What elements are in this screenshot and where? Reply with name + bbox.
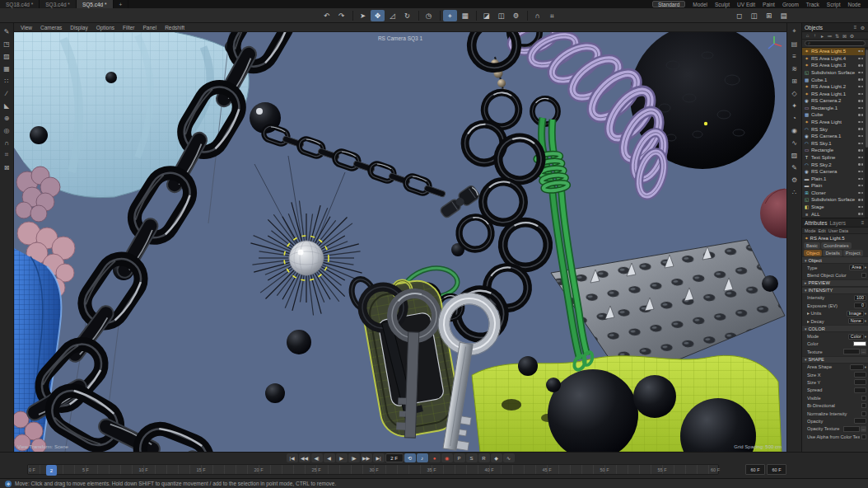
attribute-control[interactable]: 100: [854, 295, 866, 301]
checkbox[interactable]: [861, 396, 866, 401]
quantize-icon[interactable]: ⌗: [545, 10, 559, 21]
attribute-control[interactable]: [861, 273, 866, 278]
om-path-icon[interactable]: ▸: [819, 32, 825, 39]
number-field[interactable]: [854, 418, 866, 424]
visibility-toggles[interactable]: [858, 149, 863, 151]
points-mode-icon[interactable]: ∷: [1, 75, 12, 87]
workspace-tab-uvedit[interactable]: UV Edit: [734, 2, 758, 7]
editor-visibility-dot[interactable]: [858, 114, 860, 115]
render-visibility-dot[interactable]: [861, 192, 863, 194]
number-field[interactable]: 100: [854, 295, 866, 301]
attribute-tab-basic[interactable]: Basic: [804, 242, 820, 249]
checkbox[interactable]: [861, 273, 866, 278]
polygons-mode-icon[interactable]: ◣: [1, 100, 12, 111]
texture-browse-button[interactable]: …: [861, 349, 866, 354]
attribute-tab-object[interactable]: Object: [804, 250, 822, 256]
editor-visibility-dot[interactable]: [858, 157, 860, 158]
number-field[interactable]: [854, 379, 866, 385]
object-row[interactable]: ◱Subdivision Surface 1: [802, 69, 865, 77]
workspace-tab-sculpt[interactable]: Sculpt: [712, 2, 733, 7]
undo-icon[interactable]: ↶: [320, 10, 334, 21]
layout-split-view-icon[interactable]: ◫: [747, 10, 761, 21]
object-row[interactable]: ✦RS Area Light.5: [802, 48, 865, 55]
settings-icon[interactable]: ⚙: [789, 174, 800, 185]
previous-key-button[interactable]: ◀◀: [299, 453, 310, 462]
editor-visibility-dot[interactable]: [858, 107, 860, 109]
render-visibility-dot[interactable]: [861, 149, 863, 151]
viewport-menu-cameras[interactable]: Cameras: [37, 25, 65, 30]
dynamics-icon[interactable]: ◇: [789, 87, 800, 99]
visibility-toggles[interactable]: [858, 143, 863, 144]
visibility-toggles[interactable]: [858, 114, 863, 115]
editor-visibility-dot[interactable]: [858, 78, 860, 80]
attribute-group-intensity[interactable]: ▾INTENSITY: [802, 287, 868, 294]
attribute-control[interactable]: …: [843, 426, 866, 432]
panel-menu-icon[interactable]: ≡: [860, 219, 866, 226]
loop-playback-button[interactable]: ⟲: [404, 453, 416, 462]
object-row[interactable]: ◠RS Sky.1: [802, 140, 865, 148]
object-row[interactable]: ▬Plain.1: [802, 175, 865, 182]
render-visibility-dot[interactable]: [861, 163, 863, 165]
checkbox[interactable]: [861, 411, 866, 416]
viewport-menu-view[interactable]: View: [17, 25, 35, 30]
object-search-input[interactable]: [812, 41, 862, 46]
editor-visibility-dot[interactable]: [858, 178, 860, 180]
object-row[interactable]: ✦RS Area Light.4: [802, 55, 865, 63]
editor-visibility-dot[interactable]: [858, 50, 860, 52]
number-field[interactable]: [854, 387, 866, 393]
attribute-control[interactable]: Image▾: [847, 311, 866, 317]
attribute-group-color[interactable]: ▾COLOR: [802, 325, 868, 332]
render-visibility-dot[interactable]: [861, 78, 863, 80]
texture-mode-icon[interactable]: ▨: [1, 50, 12, 62]
render-visibility-dot[interactable]: [861, 143, 863, 144]
workspace-tab-paint[interactable]: Paint: [759, 2, 778, 7]
layout-custom-icon[interactable]: ▤: [777, 10, 791, 21]
dropdown-value[interactable]: [850, 364, 864, 370]
render-visibility-dot[interactable]: [861, 178, 863, 180]
visibility-toggles[interactable]: [858, 58, 863, 59]
attribute-tab-project[interactable]: Project: [843, 250, 863, 256]
layers-tab[interactable]: Layers: [829, 220, 846, 226]
attribute-manager-icon[interactable]: ≡: [789, 50, 800, 62]
visibility-toggles[interactable]: [858, 64, 863, 66]
om-sort-icon[interactable]: ⇅: [834, 32, 840, 39]
current-frame-field[interactable]: 2 F: [385, 453, 404, 462]
dropdown-value[interactable]: Color: [848, 334, 864, 340]
workspace-tab-node[interactable]: Node: [844, 2, 864, 7]
visibility-toggles[interactable]: [858, 163, 863, 165]
om-home-icon[interactable]: ⌂: [805, 32, 810, 39]
om-lock-icon[interactable]: ⊠: [842, 32, 847, 39]
visibility-toggles[interactable]: [858, 206, 863, 208]
redo-icon[interactable]: ↷: [334, 10, 348, 21]
objects-scrollbar[interactable]: [865, 48, 868, 218]
color-swatch[interactable]: [853, 341, 866, 346]
play-button[interactable]: ▶: [336, 453, 348, 462]
document-range-end-field[interactable]: 60 F: [767, 464, 786, 475]
visibility-toggles[interactable]: [858, 128, 863, 129]
attribute-control[interactable]: [861, 411, 866, 416]
key-scale-button[interactable]: S: [466, 453, 478, 462]
attribute-control[interactable]: Color▾: [848, 334, 866, 340]
attribute-menu-edit[interactable]: Edit: [819, 228, 826, 233]
next-frame-button[interactable]: |▶: [348, 453, 360, 462]
viewport[interactable]: ViewCamerasDisplayOptionsFilterPanelReds…: [14, 23, 786, 452]
object-row[interactable]: ✦RS Area Light.3: [802, 62, 865, 69]
object-row[interactable]: ◠RS Sky.2: [802, 161, 865, 168]
cloth-icon[interactable]: ▨: [789, 149, 800, 161]
key-position-button[interactable]: P: [454, 453, 465, 462]
visibility-toggles[interactable]: [858, 50, 863, 52]
object-row[interactable]: ▬Plain: [802, 182, 865, 190]
object-row[interactable]: ▩Cube: [802, 111, 865, 119]
editor-visibility-dot[interactable]: [858, 58, 860, 59]
attribute-control[interactable]: None▾: [848, 318, 866, 324]
checkbox[interactable]: [861, 403, 866, 408]
editor-visibility-dot[interactable]: [858, 192, 860, 194]
render-visibility-dot[interactable]: [861, 72, 863, 73]
visibility-toggles[interactable]: [858, 78, 863, 80]
viewport-menu-panel[interactable]: Panel: [140, 25, 161, 30]
render-visibility-dot[interactable]: [861, 121, 863, 123]
simulation-icon[interactable]: ≋: [789, 63, 800, 74]
render-visibility-dot[interactable]: [861, 128, 863, 129]
om-up-icon[interactable]: ↑: [812, 32, 818, 39]
editor-visibility-dot[interactable]: [858, 199, 860, 200]
